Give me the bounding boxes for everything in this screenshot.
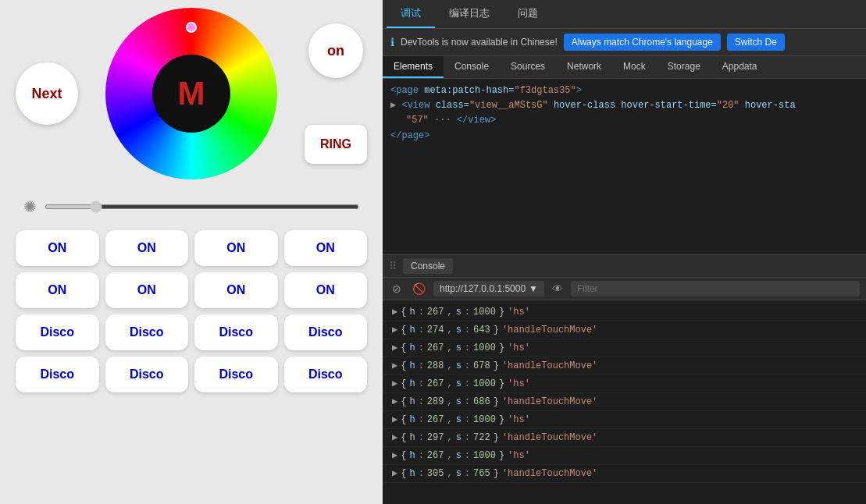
left-panel: Next M on RING ✺ ONONONONONONONONDiscoDi…	[0, 0, 383, 504]
log-expand-icon[interactable]: ▶	[392, 377, 397, 391]
log-line: ▶ { h : 297 , s : 722 } 'handleTouchMove…	[383, 429, 866, 447]
notification-text: DevTools is now available in Chinese!	[401, 37, 558, 48]
console-section: ⠿ Console ⊘ 🚫 http://127.0.0.1:5000 ▼ 👁 …	[383, 254, 866, 504]
grid-button-0-0[interactable]: ON	[16, 230, 99, 266]
slider-row: ✺	[0, 191, 383, 222]
right-panel: 调试 编译日志 问题 ℹ DevTools is now available i…	[383, 0, 866, 504]
grid-button-0-1[interactable]: ON	[105, 230, 189, 266]
color-wheel-center: M	[152, 55, 230, 133]
console-logs: ▶ { h : 267 , s : 1000 } 'hs' ▶ { h : 27…	[383, 300, 866, 504]
log-expand-icon[interactable]: ▶	[392, 395, 397, 409]
color-wheel-ring[interactable]: M	[105, 8, 277, 179]
log-expand-icon[interactable]: ▶	[392, 323, 397, 337]
devtools-tool-tab-network[interactable]: Network	[556, 56, 612, 78]
xml-line-1: <page meta:patch-hash="f3dgtas35">	[390, 83, 858, 98]
grid-button-1-2[interactable]: ON	[194, 272, 278, 308]
devtools-tool-tab-mock[interactable]: Mock	[612, 56, 657, 78]
devtools-tool-tab-sources[interactable]: Sources	[500, 56, 556, 78]
log-expand-icon[interactable]: ▶	[392, 467, 397, 481]
tab-issues[interactable]: 问题	[504, 0, 552, 28]
url-selector[interactable]: http://127.0.0.1:5000 ▼	[433, 281, 544, 296]
log-line: ▶ { h : 267 , s : 1000 } 'hs'	[383, 447, 866, 465]
brightness-icon: ✺	[23, 197, 37, 216]
eye-icon-button[interactable]: 👁	[549, 281, 566, 296]
log-line: ▶ { h : 267 , s : 1000 } 'hs'	[383, 375, 866, 393]
grid-button-0-3[interactable]: ON	[284, 230, 368, 266]
color-selector-dot	[186, 22, 197, 33]
grid-button-1-0[interactable]: ON	[16, 272, 99, 308]
log-expand-icon[interactable]: ▶	[392, 449, 397, 463]
xml-line-2: ▶ <view class="view__aMStsG" hover-class…	[390, 98, 858, 113]
grid-button-1-1[interactable]: ON	[105, 272, 189, 308]
log-line: ▶ { h : 305 , s : 765 } 'handleTouchMove…	[383, 465, 866, 483]
grid-button-0-2[interactable]: ON	[194, 230, 278, 266]
grid-button-2-2[interactable]: Disco	[194, 314, 278, 350]
console-filter-input[interactable]	[571, 281, 860, 296]
top-row: Next M on RING	[0, 8, 383, 179]
ring-button[interactable]: RING	[305, 125, 367, 164]
grid-button-2-3[interactable]: Disco	[284, 314, 368, 350]
devtools-tool-tab-storage[interactable]: Storage	[657, 56, 711, 78]
log-line: ▶ { h : 267 , s : 1000 } 'hs'	[383, 339, 866, 357]
tab-debug[interactable]: 调试	[387, 0, 435, 28]
clear-console-button[interactable]: ⊘	[389, 281, 404, 296]
devtools-tool-tab-appdata[interactable]: Appdata	[711, 56, 768, 78]
tab-compile-log[interactable]: 编译日志	[435, 0, 504, 28]
brightness-slider[interactable]	[45, 204, 359, 209]
log-expand-icon[interactable]: ▶	[392, 341, 397, 355]
devtools-tool-tab-elements[interactable]: Elements	[383, 56, 444, 78]
xml-line-4: </page>	[390, 129, 858, 144]
match-language-button[interactable]: Always match Chrome's language	[564, 34, 721, 51]
devtools-tool-tab-console[interactable]: Console	[444, 56, 500, 78]
log-line: ▶ { h : 274 , s : 643 } 'handleTouchMove…	[383, 321, 866, 339]
log-line: ▶ { h : 267 , s : 1000 } 'hs'	[383, 303, 866, 321]
grid-button-3-2[interactable]: Disco	[194, 357, 278, 392]
console-toolbar: ⊘ 🚫 http://127.0.0.1:5000 ▼ 👁	[383, 278, 866, 300]
url-dropdown-icon: ▼	[529, 283, 538, 294]
grid-button-1-3[interactable]: ON	[284, 272, 368, 308]
log-expand-icon[interactable]: ▶	[392, 359, 397, 373]
elements-panel: <page meta:patch-hash="f3dgtas35"> ▶ <vi…	[383, 79, 866, 254]
block-icon-button[interactable]: 🚫	[409, 281, 429, 296]
color-wheel[interactable]: M	[105, 8, 277, 179]
grid-button-3-0[interactable]: Disco	[16, 357, 99, 392]
on-button-top[interactable]: on	[308, 23, 363, 78]
log-line: ▶ { h : 288 , s : 678 } 'handleTouchMove…	[383, 357, 866, 375]
url-text: http://127.0.0.1:5000	[440, 283, 526, 294]
button-grid: ONONONONONONONONDiscoDiscoDiscoDiscoDisc…	[0, 226, 383, 396]
m-label: M	[178, 75, 205, 112]
devtools-toolbar: ElementsConsoleSourcesNetworkMockStorage…	[383, 56, 866, 79]
grid-button-2-1[interactable]: Disco	[105, 314, 189, 350]
switch-button[interactable]: Switch De	[727, 34, 785, 51]
next-button[interactable]: Next	[16, 62, 78, 125]
grid-button-3-3[interactable]: Disco	[284, 357, 368, 392]
console-label: Console	[403, 258, 453, 274]
xml-line-3: "57" ··· </view>	[390, 113, 858, 128]
log-expand-icon[interactable]: ▶	[392, 431, 397, 445]
info-icon: ℹ	[390, 36, 394, 48]
notification-bar: ℹ DevTools is now available in Chinese! …	[383, 29, 866, 56]
log-expand-icon[interactable]: ▶	[392, 413, 397, 427]
log-expand-icon[interactable]: ▶	[392, 305, 397, 319]
drag-icon: ⠿	[389, 260, 397, 272]
grid-button-3-1[interactable]: Disco	[105, 357, 189, 392]
log-line: ▶ { h : 289 , s : 686 } 'handleTouchMove…	[383, 393, 866, 411]
grid-button-2-0[interactable]: Disco	[16, 314, 99, 350]
devtools-tabs: 调试 编译日志 问题	[383, 0, 866, 29]
log-line: ▶ { h : 267 , s : 1000 } 'hs'	[383, 411, 866, 429]
console-header: ⠿ Console	[383, 255, 866, 278]
